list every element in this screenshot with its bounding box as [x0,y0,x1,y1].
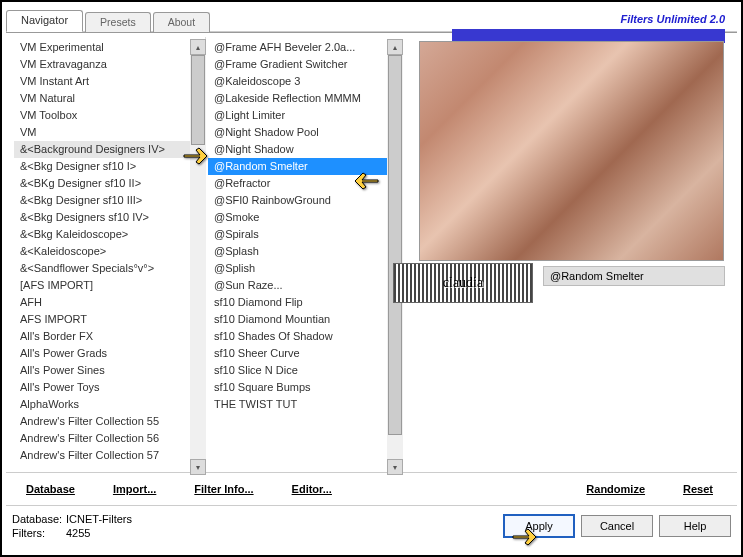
filter-item[interactable]: sf10 Shades Of Shadow [208,328,403,345]
category-item[interactable]: AFH [14,294,205,311]
filter-info-button[interactable]: Filter Info... [184,479,263,499]
category-item[interactable]: &<Bkg Kaleidoscope> [14,226,205,243]
scroll-down-icon[interactable]: ▾ [190,459,206,475]
filter-item[interactable]: @Lakeside Reflection MMMM [208,90,403,107]
apply-button[interactable]: Apply [503,514,575,538]
category-item[interactable]: VM Natural [14,90,205,107]
category-item[interactable]: VM Experimental [14,39,205,56]
filters-panel: @Frame AFH Beveler 2.0a...@Frame Gradien… [208,37,403,468]
scroll-thumb[interactable] [388,55,402,435]
toolbar: Database Import... Filter Info... Editor… [6,472,737,506]
filter-item[interactable]: @Random Smelter [208,158,403,175]
category-item[interactable]: &<Sandflower Specials°v°> [14,260,205,277]
randomize-button[interactable]: Randomize [576,479,655,499]
import-button[interactable]: Import... [103,479,166,499]
main-area: VM ExperimentalVM ExtravaganzaVM Instant… [6,32,737,472]
preview-image [419,41,724,261]
filter-item[interactable]: @Night Shadow Pool [208,124,403,141]
category-item[interactable]: &<Bkg Designer sf10 I> [14,158,205,175]
editor-button[interactable]: Editor... [282,479,342,499]
category-item[interactable]: VM Extravaganza [14,56,205,73]
filter-item[interactable]: sf10 Sheer Curve [208,345,403,362]
category-item[interactable]: All's Power Toys [14,379,205,396]
category-item[interactable]: &<Background Designers IV> [14,141,205,158]
filter-item[interactable]: @Frame Gradient Switcher [208,56,403,73]
header: Navigator Presets About Filters Unlimite… [6,4,737,32]
watermark-stamp [393,263,533,303]
filter-item[interactable]: sf10 Slice N Dice [208,362,403,379]
category-item[interactable]: Andrew's Filter Collection 55 [14,413,205,430]
filter-item[interactable]: sf10 Diamond Flip [208,294,403,311]
footer: Database:ICNET-Filters Filters:4255 Appl… [2,506,741,544]
filter-item[interactable]: @Light Limiter [208,107,403,124]
scroll-up-icon[interactable]: ▴ [190,39,206,55]
preview-panel: @Random Smelter [403,37,729,468]
cancel-button[interactable]: Cancel [581,515,653,537]
scroll-thumb[interactable] [191,55,205,145]
reset-button[interactable]: Reset [673,479,723,499]
category-item[interactable]: Andrew's Filter Collection 57 [14,447,205,464]
filter-item[interactable]: @Sun Raze... [208,277,403,294]
filter-item[interactable]: THE TWIST TUT [208,396,403,413]
filter-item[interactable]: @Smoke [208,209,403,226]
tab-navigator[interactable]: Navigator [6,10,83,32]
app-title: Filters Unlimited 2.0 [212,4,737,31]
category-item[interactable]: VM Toolbox [14,107,205,124]
database-button[interactable]: Database [16,479,85,499]
scroll-up-icon[interactable]: ▴ [387,39,403,55]
category-item[interactable]: VM Instant Art [14,73,205,90]
filter-item[interactable]: @SFI0 RainbowGround [208,192,403,209]
filter-item[interactable]: @Spirals [208,226,403,243]
categories-scrollbar[interactable]: ▴ ▾ [190,39,206,475]
category-item[interactable]: AFS IMPORT [14,311,205,328]
category-item[interactable]: &<Kaleidoscope> [14,243,205,260]
help-button[interactable]: Help [659,515,731,537]
filter-item[interactable]: @Splish [208,260,403,277]
categories-panel: VM ExperimentalVM ExtravaganzaVM Instant… [14,37,206,468]
category-item[interactable]: &<Bkg Designer sf10 III> [14,192,205,209]
tab-about[interactable]: About [153,12,210,32]
footer-info: Database:ICNET-Filters Filters:4255 [12,512,497,540]
filter-item[interactable]: sf10 Diamond Mountian [208,311,403,328]
filter-item[interactable]: @Night Shadow [208,141,403,158]
category-item[interactable]: AlphaWorks [14,396,205,413]
filter-item[interactable]: sf10 Square Bumps [208,379,403,396]
category-item[interactable]: All's Power Sines [14,362,205,379]
category-item[interactable]: [AFS IMPORT] [14,277,205,294]
tab-presets[interactable]: Presets [85,12,151,32]
filters-list[interactable]: @Frame AFH Beveler 2.0a...@Frame Gradien… [208,37,403,475]
category-item[interactable]: All's Border FX [14,328,205,345]
category-item[interactable]: &<BKg Designer sf10 II> [14,175,205,192]
preview-filter-name: @Random Smelter [543,266,725,286]
category-item[interactable]: All's Power Grads [14,345,205,362]
filter-item[interactable]: @Refractor [208,175,403,192]
category-item[interactable]: &<Bkg Designers sf10 IV> [14,209,205,226]
categories-list[interactable]: VM ExperimentalVM ExtravaganzaVM Instant… [14,37,206,475]
tabs: Navigator Presets About [6,10,212,32]
filter-item[interactable]: @Frame AFH Beveler 2.0a... [208,39,403,56]
scroll-down-icon[interactable]: ▾ [387,459,403,475]
filter-item[interactable]: @Splash [208,243,403,260]
filters-scrollbar[interactable]: ▴ ▾ [387,39,403,475]
filter-item[interactable]: @Kaleidoscope 3 [208,73,403,90]
category-item[interactable]: VM [14,124,205,141]
category-item[interactable]: Andrew's Filter Collection 56 [14,430,205,447]
